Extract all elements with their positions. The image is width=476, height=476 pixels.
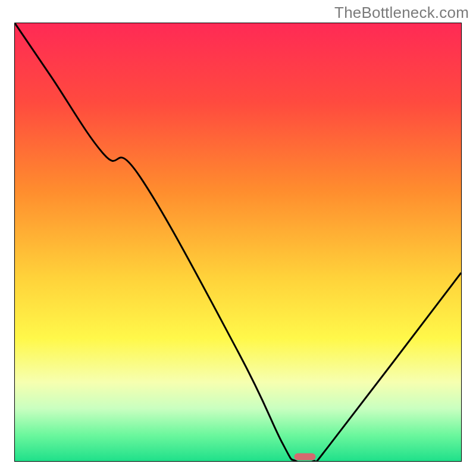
plot-svg [15, 23, 461, 461]
plot-area [14, 23, 462, 462]
chart-frame: TheBottleneck.com [0, 0, 476, 476]
watermark-text: TheBottleneck.com [334, 4, 469, 22]
gradient-background [15, 23, 461, 461]
optimal-marker [295, 453, 316, 461]
